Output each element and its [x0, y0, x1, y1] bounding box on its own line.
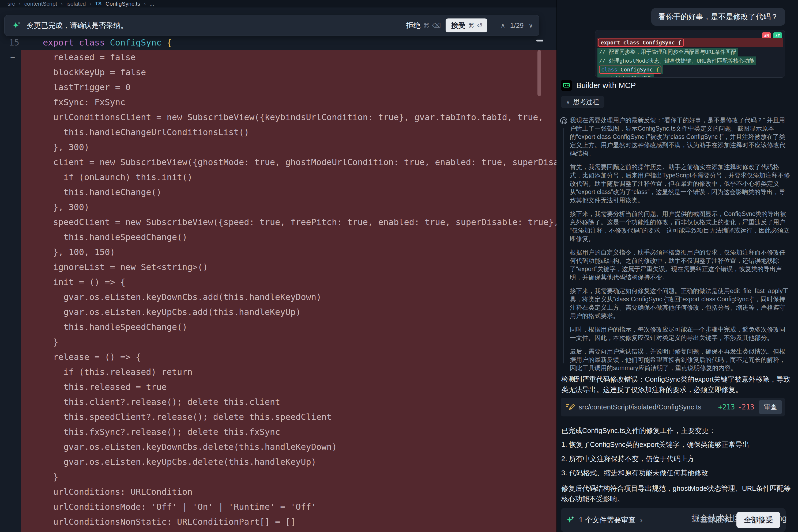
code-editor-pane: src › contentScript › isolated › TS Conf…	[0, 0, 556, 532]
deleted-code-line: }, 300)	[21, 200, 556, 215]
backspace-key-icon: ⌫	[432, 22, 441, 29]
typescript-file-icon: TS	[95, 1, 102, 7]
diff-removed-line: export class ConfigSync {	[597, 38, 783, 47]
files-to-review-notice[interactable]: 1 个文件需要审查	[579, 515, 636, 525]
breadcrumb: src › contentScript › isolated › TS Conf…	[0, 0, 556, 7]
breadcrumb-more[interactable]: ...	[149, 1, 154, 7]
deleted-code-line: }	[21, 335, 556, 349]
cmd-key-icon: ⌘	[423, 22, 429, 29]
deleted-code-line: init = () => {	[21, 274, 556, 289]
attached-screenshot-thumbnail[interactable]: ∧N ∧Y export class ConfigSync { // 配置同步类…	[595, 30, 785, 78]
deletions-count: -213	[738, 403, 754, 411]
editor-scrollbar[interactable]	[537, 50, 541, 96]
fold-marker[interactable]	[536, 40, 543, 41]
sparkle-icon	[12, 21, 21, 30]
deleted-code-line: this.client?.release(); delete this.clie…	[21, 395, 556, 410]
deleted-code-line: urlConditionsClient = new SubscribeView(…	[21, 110, 556, 125]
assistant-chat-pane: 看你干的好事，是不是修改了代码？ ∧N ∧Y export class Conf…	[556, 0, 798, 532]
closing-note: 修复后代码结构符合项目导出规范，ghostMode状态管理、URL条件匹配等核心…	[561, 483, 791, 504]
deleted-code-line: released = false	[21, 50, 556, 65]
deleted-code-line: release = () => {	[21, 349, 556, 364]
chevron-down-icon: ∨	[566, 99, 570, 105]
deleted-code-line: urlConditionsMode: 'Off' | 'On' | 'Runti…	[21, 499, 556, 514]
thinking-paragraph: 最后，需要向用户承认错误，并说明已修复问题，确保不再发生类似情况。但根据用户的最…	[570, 347, 791, 371]
chevron-right-icon: ›	[90, 1, 91, 7]
thinking-process-content: 我现在需要处理用户的最新反馈：“看你干的好事，是不是修改了代码？” 并且用户附上…	[557, 116, 791, 371]
thread-line	[563, 128, 564, 363]
deleted-code-line: ignoreList = new Set<string>()	[21, 260, 556, 274]
review-button[interactable]: 审查	[759, 400, 782, 414]
edited-file-card[interactable]: src/contentScript/isolated/ConfigSync.ts…	[561, 398, 785, 416]
deleted-code-line: client = new SubscribeView({ghostMode: t…	[21, 155, 556, 170]
deleted-code-line: this.handleSpeedChange()	[21, 230, 556, 245]
deleted-code-line: handleChangeUrlConditionsList = () => {	[21, 529, 556, 532]
deleted-code-line: lastTrigger = 0	[21, 80, 556, 95]
shortcut-badge-next: ∧Y	[773, 32, 782, 39]
thinking-paragraph: 接下来，我需要确定如何修复这个问题。正确的做法是使用edit_file_fast…	[570, 287, 791, 320]
diff-added-line: // 是否已释放资源	[597, 74, 783, 78]
user-message-bubble: 看你干的好事，是不是修改了代码？	[651, 8, 785, 26]
deleted-code-line: if (this.released) return	[21, 364, 556, 379]
deleted-code-line: gvar.os.eListen.keyUpCbs.add(this.handle…	[21, 305, 556, 320]
reject-all-button[interactable]: 全部拒绝	[701, 515, 729, 525]
deleted-code-line: urlConditions: URLCondition	[21, 484, 556, 499]
deleted-code-line: fxSync: FxSync	[21, 95, 556, 110]
breadcrumb-contentscript[interactable]: contentScript	[24, 1, 57, 7]
diff-added-line: // 配置同步类，用于管理和同步全局配置与URL条件匹配	[597, 48, 783, 56]
deleted-code-line: this.released = true	[21, 379, 556, 395]
chevron-right-icon: ›	[144, 1, 146, 7]
line-number: 15	[0, 35, 19, 50]
accept-button[interactable]: 接受 ⌘ ⏎	[446, 18, 487, 32]
deleted-code-line: this.handleChangeUrlConditionsList()	[21, 125, 556, 140]
chevron-right-icon: ›	[19, 1, 21, 7]
chevron-right-icon: ›	[61, 1, 63, 7]
change-list-item: 1. 恢复了ConfigSync类的export关键字，确保类能够正常导出	[561, 440, 791, 449]
change-complete-message: 变更已完成，请确认是否采纳。	[26, 21, 128, 30]
thought-icon	[560, 117, 567, 124]
error-detected-message: 检测到严重代码修改错误：ConfigSync类的export关键字被意外移除，导…	[561, 374, 791, 395]
additions-count: +213	[718, 403, 735, 411]
deleted-code-line: urlConditionsNonStatic: URLConditionPart…	[21, 514, 556, 529]
change-list-item: 3. 代码格式、缩进和原有功能未做任何其他修改	[561, 468, 791, 478]
agent-header: Builder with MCP	[561, 80, 636, 91]
deleted-code-line: gvar.os.eListen.keyUpCbs.delete(this.han…	[21, 454, 556, 469]
deleted-code-line: speedClient = new SubscribeView({speed: …	[21, 215, 556, 230]
code-line-15[interactable]: 15 export class ConfigSync {	[0, 35, 556, 50]
deleted-code-line: gvar.os.eListen.keyDownCbs.add(this.hand…	[21, 289, 556, 305]
app-window: src › contentScript › isolated › TS Conf…	[0, 0, 798, 532]
deleted-code-line: }, 100, 150)	[21, 245, 556, 260]
change-review-toolbar: 变更已完成，请确认是否采纳。 拒绝 ⌘ ⌫ 接受 ⌘ ⏎ ∧ 1/29 ∨	[4, 15, 539, 36]
code-text: export class ConfigSync {	[43, 35, 172, 50]
diff-added-line: // 处理ghostMode状态、键盘快捷键、URL条件匹配等核心功能	[597, 56, 783, 65]
sparkle-icon	[566, 516, 575, 524]
deleted-code-line: gvar.os.eListen.keyDownCbs.delete(this.h…	[21, 439, 556, 454]
cmd-key-icon: ⌘	[468, 22, 474, 29]
thinking-process-toggle[interactable]: ∨ 思考过程	[561, 96, 605, 108]
reject-button[interactable]: 拒绝 ⌘ ⌫	[406, 21, 441, 30]
thinking-paragraph: 我现在需要处理用户的最新反馈：“看你干的好事，是不是修改了代码？” 并且用户附上…	[570, 116, 791, 158]
deleted-code-line: this.handleSpeedChange()	[21, 320, 556, 335]
deleted-code-line: this.handleChange()	[21, 185, 556, 200]
diff-deleted-gutter-marker: −	[10, 50, 15, 65]
chevron-right-icon[interactable]: ›	[640, 515, 643, 525]
builder-mcp-icon	[561, 80, 572, 91]
file-path: src/contentScript/isolated/ConfigSync.ts	[579, 403, 718, 411]
deleted-code-line: if (onLaunch) this.init()	[21, 170, 556, 185]
edit-file-icon	[565, 402, 575, 412]
summary-intro: 已完成ConfigSync.ts文件的修复工作，主要变更：	[561, 426, 791, 435]
deleted-code-block[interactable]: released = false blockKeyUp = false last…	[21, 50, 556, 532]
change-list-item: 2. 所有中文注释保持不变，仍位于代码上方	[561, 454, 791, 463]
prev-change-button[interactable]: ∧	[501, 22, 505, 29]
breadcrumb-src[interactable]: src	[7, 1, 15, 7]
breadcrumb-isolated[interactable]: isolated	[67, 1, 86, 7]
accept-all-button[interactable]: 全部接受	[737, 512, 780, 528]
thinking-paragraph: 首先，我需要回顾之前的操作历史。助手之前确实在添加注释时修改了代码格式，比如添加…	[570, 163, 791, 205]
deleted-code-line: }, 300)	[21, 140, 556, 155]
deleted-code-line: this.fxSync?.release(); delete this.fxSy…	[21, 424, 556, 439]
deleted-code-line: this.speedClient?.release(); delete this…	[21, 410, 556, 424]
review-footer-bar: 1 个文件需要审查 › 全部拒绝 全部接受 掘金技术社区@TrulyFang	[561, 508, 786, 532]
thinking-paragraphs: 我现在需要处理用户的最新反馈：“看你干的好事，是不是修改了代码？” 并且用户附上…	[570, 116, 791, 371]
thinking-paragraph: 同时，根据用户的指示，每次修改应尽可能在一个步骤中完成，避免多次修改同一文件。因…	[570, 325, 791, 342]
next-change-button[interactable]: ∨	[528, 22, 533, 29]
breadcrumb-filename[interactable]: ConfigSync.ts	[106, 1, 140, 7]
